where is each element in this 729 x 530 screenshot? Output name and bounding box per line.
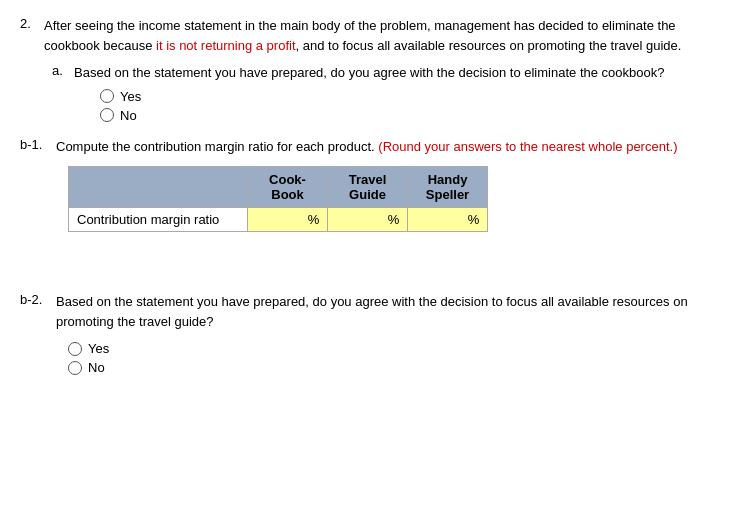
question-2-text: After seeing the income statement in the…: [44, 16, 709, 55]
sub-question-b1: b-1. Compute the contribution margin rat…: [20, 137, 709, 233]
table-row: Contribution margin ratio % %: [69, 208, 488, 232]
contribution-margin-label: Contribution margin ratio: [69, 208, 248, 232]
radio-no-a[interactable]: No: [100, 108, 709, 123]
table-header-row: Cook-Book Travel Guide Handy Speller: [69, 167, 488, 208]
question-2-header: 2. After seeing the income statement in …: [20, 16, 709, 55]
b1-header-row: b-1. Compute the contribution margin rat…: [20, 137, 709, 157]
radio-circle-no-b2[interactable]: [68, 361, 82, 375]
travel-guide-input[interactable]: [332, 209, 388, 230]
travel-guide-input-wrapper: %: [328, 209, 407, 230]
cookbook-input-cell[interactable]: %: [248, 208, 328, 232]
table-header-travel-guide: Travel Guide: [328, 167, 408, 208]
b1-table-wrapper: Cook-Book Travel Guide Handy Speller Con…: [68, 166, 689, 232]
handy-speller-percent: %: [468, 212, 484, 227]
radio-circle-no-a[interactable]: [100, 108, 114, 122]
b1-text: Compute the contribution margin ratio fo…: [56, 137, 677, 157]
radio-label-yes-b2: Yes: [88, 341, 109, 356]
radio-circle-yes-a[interactable]: [100, 89, 114, 103]
radio-circle-yes-b2[interactable]: [68, 342, 82, 356]
contribution-margin-table: Cook-Book Travel Guide Handy Speller Con…: [68, 166, 488, 232]
cookbook-input-wrapper: %: [248, 209, 327, 230]
handy-speller-input[interactable]: [412, 209, 468, 230]
b1-label: b-1.: [20, 137, 50, 157]
travel-guide-percent: %: [388, 212, 404, 227]
sub-a-label: a.: [52, 63, 68, 83]
travel-guide-input-cell[interactable]: %: [328, 208, 408, 232]
sub-a-text: Based on the statement you have prepared…: [74, 63, 664, 83]
sub-a-radio-group: Yes No: [100, 89, 709, 123]
sub-a-label-row: a. Based on the statement you have prepa…: [52, 63, 709, 83]
radio-no-b2[interactable]: No: [68, 360, 709, 375]
handy-speller-input-cell[interactable]: %: [408, 208, 488, 232]
b1-red-text: (Round your answers to the nearest whole…: [378, 139, 677, 154]
question-2: 2. After seeing the income statement in …: [20, 16, 709, 375]
question-2-red-text: it is not returning a profit: [156, 38, 295, 53]
table-header-cookbook: Cook-Book: [248, 167, 328, 208]
b2-header-row: b-2. Based on the statement you have pre…: [20, 292, 709, 331]
question-2-number: 2.: [20, 16, 38, 55]
radio-yes-a[interactable]: Yes: [100, 89, 709, 104]
cookbook-input[interactable]: [252, 209, 308, 230]
sub-question-a: a. Based on the statement you have prepa…: [52, 63, 709, 123]
sub-b2-radio-group: Yes No: [68, 341, 709, 375]
radio-label-no-b2: No: [88, 360, 105, 375]
radio-label-no-a: No: [120, 108, 137, 123]
radio-label-yes-a: Yes: [120, 89, 141, 104]
b2-text: Based on the statement you have prepared…: [56, 292, 709, 331]
handy-speller-input-wrapper: %: [408, 209, 487, 230]
radio-yes-b2[interactable]: Yes: [68, 341, 709, 356]
cookbook-percent: %: [308, 212, 324, 227]
table-header-handy-speller: Handy Speller: [408, 167, 488, 208]
table-header-empty: [69, 167, 248, 208]
sub-question-b2: b-2. Based on the statement you have pre…: [20, 292, 709, 375]
question-2-text-middle: , and to focus all available resources o…: [296, 38, 682, 53]
b2-label: b-2.: [20, 292, 50, 331]
